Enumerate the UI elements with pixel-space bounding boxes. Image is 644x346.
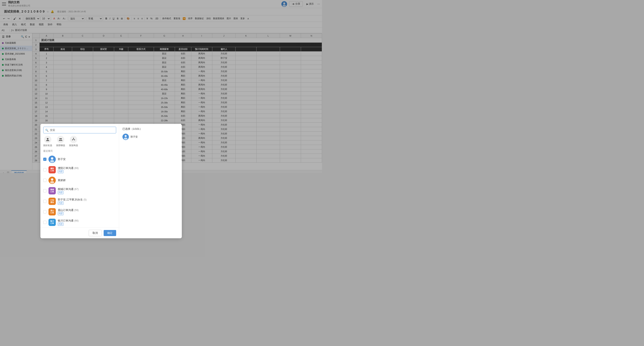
modal-left-panel: 🔍 按好友选 按群聊选 xyxy=(40,124,119,173)
modal-search-area: 🔍 xyxy=(40,124,119,135)
contact-item-guozian[interactable]: ✓ 郭子安 xyxy=(40,154,119,165)
tab-friend-label: 按好友选 xyxy=(43,144,52,147)
contact-avatar-guozian xyxy=(48,156,56,163)
svg-point-13 xyxy=(51,157,53,160)
selected-name-guozian: 郭子安 xyxy=(130,135,138,139)
friend-icon xyxy=(44,136,51,143)
svg-point-14 xyxy=(50,160,54,162)
contact-info-guozian: 郭子安 xyxy=(58,157,116,161)
svg-point-4 xyxy=(60,138,60,139)
contact-checkbox-guozian[interactable]: ✓ xyxy=(43,158,46,161)
contact-sub: 内部 xyxy=(58,170,116,173)
contact-search-input[interactable] xyxy=(43,127,116,133)
search-icon: 🔍 xyxy=(45,129,48,132)
contact-name: 郭子安 xyxy=(58,157,116,161)
svg-rect-6 xyxy=(73,138,74,139)
modal-tabs: 按好友选 按群聊选 按架构选 xyxy=(40,135,119,149)
contact-checkbox-puyang[interactable] xyxy=(43,168,46,171)
contact-avatar-puyang: 濮阳订单 xyxy=(48,166,56,173)
selected-count-header: 已选择（1/101） xyxy=(122,127,178,131)
contact-picker-modal: 🔍 按好友选 按群聊选 xyxy=(40,124,182,173)
recent-chat-label: 最近聊天 xyxy=(40,149,119,154)
contact-name: 濮阳订单沟通 (69) xyxy=(58,166,116,170)
tab-by-friend[interactable]: 按好友选 xyxy=(43,136,52,147)
svg-point-20 xyxy=(124,138,128,140)
org-icon xyxy=(70,136,77,143)
contact-list: ✓ 郭子安 濮阳订单 濮阳订单沟通 (69) xyxy=(40,154,119,173)
selected-item-guozian: 郭子安 xyxy=(122,133,178,141)
contact-item-puyang[interactable]: 濮阳订单 濮阳订单沟通 (69) 内部 xyxy=(40,165,119,173)
tab-by-group[interactable]: 按群聊选 xyxy=(56,136,65,147)
contact-info-puyang: 濮阳订单沟通 (69) 内部 xyxy=(58,166,116,173)
svg-point-5 xyxy=(60,138,62,139)
svg-point-3 xyxy=(47,138,48,140)
selected-avatar-guozian xyxy=(122,134,129,140)
modal-overlay: 🔍 按好友选 按群聊选 xyxy=(0,0,322,173)
modal-right-panel: 已选择（1/101） 郭子安 xyxy=(119,124,182,173)
tab-org-label: 按架构选 xyxy=(69,144,78,147)
tab-group-label: 按群聊选 xyxy=(56,144,65,147)
tab-by-org[interactable]: 按架构选 xyxy=(69,136,78,147)
search-wrapper: 🔍 xyxy=(43,127,116,133)
internal-tag: 内部 xyxy=(58,170,64,173)
svg-point-19 xyxy=(125,135,127,137)
group-icon xyxy=(57,136,64,143)
